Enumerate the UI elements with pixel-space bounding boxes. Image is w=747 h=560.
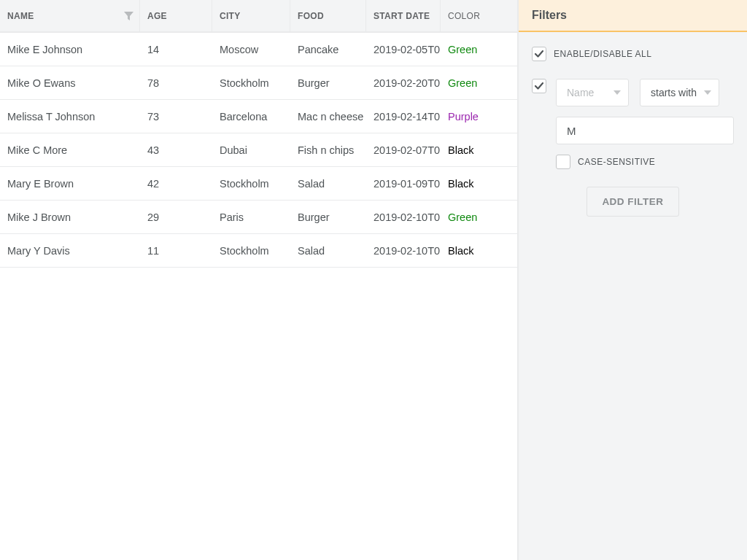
cell: Moscow	[212, 44, 290, 55]
cell: 2019-02-10T00:	[366, 211, 441, 223]
cell: Mac n cheese	[290, 111, 366, 122]
cell: Stockholm	[212, 178, 290, 190]
cell: Purple	[441, 111, 516, 122]
cell: 2019-02-07T00:	[366, 144, 441, 156]
cell: Dubai	[212, 144, 290, 156]
filter-operator-select[interactable]: starts with	[640, 79, 719, 106]
col-header-start-label: START DATE	[374, 11, 430, 21]
cell: 14	[140, 44, 212, 55]
filters-panel: Filters ENABLE/DISABLE ALL Name	[518, 0, 747, 560]
data-grid: NAME AGE CITY FOOD START DATE COLOR Mike…	[0, 0, 518, 560]
table-row[interactable]: Mike E Johnson14MoscowPancake2019-02-05T…	[0, 33, 517, 66]
cell: Pancake	[290, 44, 366, 55]
cell: Mary Y Davis	[0, 245, 140, 257]
col-header-name[interactable]: NAME	[0, 0, 140, 31]
table-row[interactable]: Mike J Brown29ParisBurger2019-02-10T00:G…	[0, 201, 517, 234]
cell: Mike E Johnson	[0, 44, 140, 55]
grid-body: Mike E Johnson14MoscowPancake2019-02-05T…	[0, 33, 517, 268]
case-sensitive-checkbox[interactable]	[556, 155, 570, 169]
cell: 29	[140, 211, 212, 223]
filter-row-checkbox[interactable]	[532, 79, 546, 93]
col-header-food[interactable]: FOOD	[290, 0, 366, 31]
table-row[interactable]: Mike O Ewans78StockholmBurger2019-02-20T…	[0, 66, 517, 100]
add-filter-button[interactable]: ADD FILTER	[587, 187, 678, 217]
table-row[interactable]: Mike C More43DubaiFish n chips2019-02-07…	[0, 133, 517, 167]
cell: Green	[441, 44, 516, 55]
cell: Mike J Brown	[0, 211, 140, 223]
col-header-food-label: FOOD	[298, 11, 324, 21]
cell: 2019-01-09T00:	[366, 178, 441, 190]
cell: Mary E Brown	[0, 178, 140, 190]
cell: 43	[140, 144, 212, 156]
cell: Black	[441, 245, 516, 257]
filter-icon[interactable]	[124, 12, 133, 20]
cell: 2019-02-14T00:	[366, 111, 441, 122]
col-header-age-label: AGE	[147, 11, 167, 21]
caret-down-icon	[614, 90, 621, 95]
cell: 78	[140, 77, 212, 89]
cell: 73	[140, 111, 212, 122]
cell: Burger	[290, 77, 366, 89]
grid-header-row: NAME AGE CITY FOOD START DATE COLOR	[0, 0, 517, 33]
cell: Black	[441, 178, 516, 190]
cell: Paris	[212, 211, 290, 223]
cell: 11	[140, 245, 212, 257]
cell: 2019-02-20T00:	[366, 77, 441, 89]
cell: Salad	[290, 245, 366, 257]
enable-all-checkbox[interactable]	[532, 47, 546, 61]
col-header-age[interactable]: AGE	[140, 0, 212, 31]
col-header-color-label: COLOR	[448, 11, 480, 21]
cell: Melissa T Johnson	[0, 111, 140, 122]
filters-panel-title: Filters	[519, 0, 747, 32]
cell: Mike C More	[0, 144, 140, 156]
cell: Stockholm	[212, 77, 290, 89]
caret-down-icon	[704, 90, 711, 95]
table-row[interactable]: Mary E Brown42StockholmSalad2019-01-09T0…	[0, 167, 517, 201]
filter-value-input[interactable]	[556, 117, 734, 144]
cell: Salad	[290, 178, 366, 190]
case-sensitive-label: CASE-SENSITIVE	[578, 157, 655, 167]
cell: 2019-02-05T00:	[366, 44, 441, 55]
col-header-name-label: NAME	[7, 11, 34, 21]
filter-field-select[interactable]: Name	[556, 79, 629, 106]
cell: Black	[441, 144, 516, 156]
col-header-color[interactable]: COLOR	[441, 0, 516, 31]
table-row[interactable]: Melissa T Johnson73BarcelonaMac n cheese…	[0, 100, 517, 133]
col-header-city-label: CITY	[220, 11, 241, 21]
cell: Stockholm	[212, 245, 290, 257]
cell: 42	[140, 178, 212, 190]
cell: Mike O Ewans	[0, 77, 140, 89]
table-row[interactable]: Mary Y Davis11StockholmSalad2019-02-10T0…	[0, 234, 517, 268]
cell: 2019-02-10T00:	[366, 245, 441, 257]
filter-operator-select-label: starts with	[651, 87, 697, 98]
cell: Green	[441, 77, 516, 89]
col-header-start[interactable]: START DATE	[366, 0, 441, 31]
cell: Burger	[290, 211, 366, 223]
cell: Green	[441, 211, 516, 223]
cell: Fish n chips	[290, 144, 366, 156]
enable-all-label: ENABLE/DISABLE ALL	[554, 49, 651, 59]
filter-field-select-label: Name	[567, 87, 594, 98]
col-header-city[interactable]: CITY	[212, 0, 290, 31]
cell: Barcelona	[212, 111, 290, 122]
